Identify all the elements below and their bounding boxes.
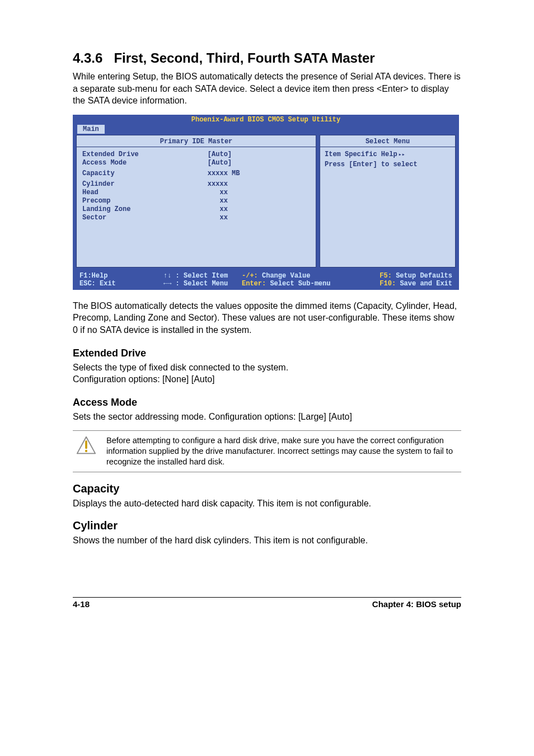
caution-note: Before attempting to configure a hard di… bbox=[73, 430, 461, 472]
cylinder-heading: Cylinder bbox=[73, 519, 461, 532]
section-number: 4.3.6 bbox=[73, 50, 102, 65]
bios-row-label: Head bbox=[82, 189, 208, 197]
extended-drive-p1: Selects the type of fixed disk connected… bbox=[73, 361, 461, 374]
bios-help-line: Press [Enter] to select bbox=[325, 161, 451, 168]
bios-row: Capacity xxxxx MB bbox=[77, 170, 316, 178]
bios-tabrow: Main bbox=[73, 125, 459, 135]
cylinder-p: Shows the number of the hard disk cylind… bbox=[73, 534, 461, 547]
bios-key-change: Change Value bbox=[262, 272, 310, 280]
bios-row-label: Landing Zone bbox=[82, 205, 208, 214]
caution-icon bbox=[76, 435, 96, 458]
bios-row[interactable]: Extended Drive [Auto] bbox=[77, 151, 316, 159]
bios-row-value: xxxxx bbox=[208, 180, 310, 189]
bios-row: Landing Zone xx bbox=[77, 205, 316, 214]
bios-left-header: Primary IDE Master bbox=[77, 138, 316, 147]
page-number: 4-18 bbox=[73, 599, 90, 609]
bios-left-pane: Primary IDE Master Extended Drive [Auto]… bbox=[76, 135, 316, 267]
bios-row-value: [Auto] bbox=[208, 151, 232, 158]
access-mode-heading: Access Mode bbox=[73, 397, 461, 408]
bios-row-label: Sector bbox=[82, 214, 208, 222]
bios-row-value: xx bbox=[208, 205, 310, 214]
bios-help-line: Item Specific Help bbox=[325, 151, 451, 158]
bios-key-esc: ESC: Exit bbox=[79, 280, 116, 288]
section-title-text: First, Second, Third, Fourth SATA Master bbox=[114, 50, 374, 65]
bios-key-f1: F1:Help bbox=[79, 272, 107, 280]
bios-key-updown: ↑↓ : Select Item bbox=[163, 272, 242, 280]
extended-drive-heading: Extended Drive bbox=[73, 348, 461, 359]
bios-row-label: Capacity bbox=[82, 170, 208, 178]
caution-text: Before attempting to configure a hard di… bbox=[106, 435, 458, 467]
bios-footer: F1:Help ESC: Exit ↑↓ : Select Item ←→ : … bbox=[73, 271, 459, 290]
bios-screenshot: Phoenix-Award BIOS CMOS Setup Utility Ma… bbox=[73, 115, 459, 290]
bios-key-leftright: ←→ : Select Menu bbox=[163, 280, 242, 288]
capacity-heading: Capacity bbox=[73, 482, 461, 495]
bios-row[interactable]: Access Mode [Auto] bbox=[77, 159, 316, 167]
bios-row-value: xx bbox=[208, 189, 310, 197]
bios-row-value: [Auto] bbox=[208, 159, 310, 167]
bios-row-label: Access Mode bbox=[82, 159, 208, 167]
bios-row: Head xx bbox=[77, 189, 316, 197]
bios-row-label: Cylinder bbox=[82, 180, 208, 189]
bios-row-value: xxxxx MB bbox=[208, 170, 310, 178]
bios-key-f10: Save and Exit bbox=[400, 280, 452, 288]
access-mode-p: Sets the sector addressing mode. Configu… bbox=[73, 411, 461, 423]
page-footer: 4-18 Chapter 4: BIOS setup bbox=[73, 597, 461, 609]
capacity-p: Displays the auto-detected hard disk cap… bbox=[73, 497, 461, 510]
extended-drive-p2: Configuration options: [None] [Auto] bbox=[73, 373, 461, 386]
svg-point-2 bbox=[85, 450, 87, 452]
chapter-label: Chapter 4: BIOS setup bbox=[372, 599, 461, 609]
bios-key-enter: Select Sub-menu bbox=[270, 280, 330, 288]
bios-row: Cylinder xxxxx bbox=[77, 180, 316, 189]
bios-row-label: Precomp bbox=[82, 197, 208, 205]
bios-row: Precomp xx bbox=[77, 197, 316, 205]
section-heading: 4.3.6 First, Second, Third, Fourth SATA … bbox=[73, 50, 461, 66]
after-bios-paragraph: The BIOS automatically detects the value… bbox=[73, 300, 461, 336]
bios-key-f5: Setup Defaults bbox=[396, 272, 452, 280]
intro-paragraph: While entering Setup, the BIOS automatic… bbox=[73, 71, 461, 107]
bios-right-header: Select Menu bbox=[320, 138, 455, 147]
bios-row: Sector xx bbox=[77, 214, 316, 222]
bios-title: Phoenix-Award BIOS CMOS Setup Utility bbox=[73, 115, 459, 125]
bios-row-label: Extended Drive bbox=[82, 151, 208, 159]
bios-right-pane: Select Menu Item Specific Help Press [En… bbox=[320, 135, 456, 267]
bios-tab-main[interactable]: Main bbox=[77, 125, 105, 134]
bios-row-value: xx bbox=[208, 214, 310, 222]
bios-row-value: xx bbox=[208, 197, 310, 205]
